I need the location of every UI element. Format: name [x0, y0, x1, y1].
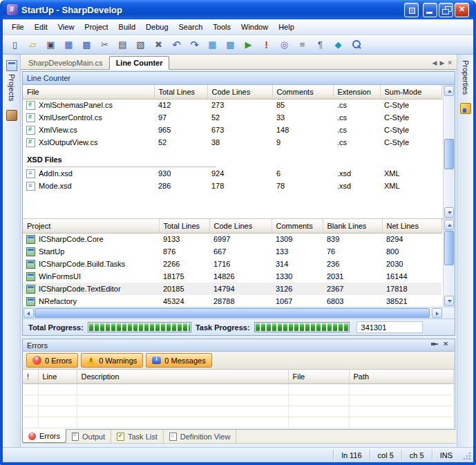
file-row[interactable]: XslOutputView.cs 52 38 9 .cs C-Style — [23, 136, 441, 149]
auto-hide-pin-icon[interactable] — [430, 341, 439, 350]
status-item: ch 5 — [401, 450, 432, 461]
project-row[interactable]: WinFormsUI 18175 14826 1330 2031 16144 — [23, 270, 441, 283]
delete-icon[interactable]: ✖ — [150, 37, 167, 53]
cut-icon[interactable]: ✂ — [96, 37, 113, 53]
projects-tab[interactable]: Projects — [6, 58, 18, 104]
column-header-total-lines[interactable]: Total Lines — [159, 219, 209, 233]
scrollbar-thumb[interactable] — [444, 231, 454, 265]
menu-item[interactable]: Debug — [141, 21, 173, 33]
menu-item[interactable]: Window — [236, 21, 273, 33]
classes-tab[interactable] — [6, 108, 18, 123]
column-header-code-lines[interactable]: Code Lines — [207, 85, 272, 99]
close-panel-icon[interactable] — [442, 341, 451, 350]
column-header-line[interactable]: Line — [38, 370, 77, 383]
menu-item[interactable]: Build — [114, 21, 140, 33]
column-header-net-lines[interactable]: Net Lines — [382, 219, 441, 233]
column-header-extension[interactable]: Extension — [333, 85, 380, 99]
toolbox-tab[interactable] — [459, 101, 472, 116]
undo-icon[interactable]: ↶ — [168, 37, 185, 53]
file-row[interactable]: Mode.xsd 286 178 78 .xsd XML — [23, 180, 441, 192]
file-row[interactable]: XmlSchemasPanel.cs 412 273 85 .cs C-Styl… — [23, 99, 441, 111]
project-row[interactable]: StartUp 876 667 133 76 800 — [23, 245, 441, 258]
warnings-filter-button[interactable]: 0 Warnings — [81, 353, 143, 368]
menu-item[interactable]: File — [7, 21, 29, 33]
menubar: FileEditViewProjectBuildDebugSearchTools… — [3, 19, 473, 35]
errors-filter-button[interactable]: 0 Errors — [26, 353, 78, 368]
profiler-icon[interactable]: ◎ — [276, 37, 293, 53]
scroll-tabs-left-button[interactable]: ◀ — [432, 59, 437, 66]
open-folder-icon[interactable]: ▱ — [24, 37, 41, 53]
project-row[interactable]: ICSharpCode.Build.Tasks 2266 1716 314 23… — [23, 258, 441, 270]
tab-task-list[interactable]: Task List — [111, 430, 164, 443]
scroll-down-button[interactable] — [444, 296, 454, 306]
menu-item[interactable]: Help — [274, 21, 299, 33]
column-header-path[interactable]: Path — [349, 370, 453, 383]
scroll-tabs-right-button[interactable]: ▶ — [440, 59, 445, 66]
column-header-total-lines[interactable]: Total Lines — [154, 85, 207, 99]
scrollbar-thumb[interactable] — [444, 139, 454, 169]
tab-errors[interactable]: Errors — [22, 429, 66, 443]
pin-window-button[interactable] — [404, 3, 419, 17]
project-row[interactable]: NRefactory 45324 28788 1067 6803 38521 — [23, 295, 441, 307]
column-header-file[interactable]: File — [288, 370, 349, 383]
close-button[interactable] — [455, 3, 469, 17]
comments-cell: 9 — [272, 136, 333, 149]
file-row[interactable]: XmlView.cs 965 673 148 .cs C-Style — [23, 124, 441, 136]
redo-icon[interactable]: ↷ — [186, 37, 203, 53]
column-header-code-lines[interactable]: Code Lines — [209, 219, 272, 233]
run-icon[interactable]: ▶ — [240, 37, 257, 53]
column-header-file[interactable]: File — [23, 85, 154, 99]
scroll-right-button[interactable] — [432, 308, 442, 318]
properties-tab[interactable]: Properties — [461, 58, 470, 97]
tab-definition-view[interactable]: Definition View — [164, 430, 237, 443]
tab-output[interactable]: Output — [66, 430, 111, 443]
scrollbar-thumb[interactable] — [35, 308, 430, 318]
menu-item[interactable]: Tools — [208, 21, 236, 33]
build-icon[interactable]: ▦ — [204, 37, 221, 53]
restore-button[interactable] — [439, 3, 453, 17]
menu-item[interactable]: Search — [174, 21, 208, 33]
scroll-up-button[interactable] — [444, 220, 454, 230]
list-icon[interactable]: ≡ — [294, 37, 311, 53]
new-file-icon[interactable]: ▯ — [6, 37, 23, 53]
resize-grip[interactable] — [461, 450, 471, 461]
browse-icon[interactable]: ▣ — [42, 37, 59, 53]
paste-icon[interactable]: ▧ — [132, 37, 149, 53]
menu-item[interactable]: Edit — [30, 21, 53, 33]
horizontal-scrollbar[interactable] — [23, 307, 455, 319]
task-progress-bar — [254, 322, 350, 332]
titlebar[interactable]: StartUp - SharpDevelop — [3, 0, 473, 19]
stop-icon[interactable]: ! — [258, 37, 275, 53]
close-document-button[interactable]: ✕ — [447, 59, 453, 66]
file-row[interactable]: XmlUserControl.cs 97 52 33 .cs C-Style — [23, 111, 441, 124]
minimize-button[interactable] — [423, 3, 437, 17]
document-tab[interactable]: Line Counter — [109, 56, 170, 70]
column-header-project[interactable]: Project — [23, 219, 159, 233]
column-header-comments[interactable]: Comments — [272, 219, 323, 233]
save-all-icon[interactable]: ▩ — [78, 37, 95, 53]
sum-mode-cell: C-Style — [380, 99, 441, 111]
project-row[interactable]: ICSharpCode.Core 9133 6997 1309 839 8294 — [23, 233, 441, 245]
document-tab[interactable]: SharpDevelopMain.cs — [22, 57, 109, 69]
bookmark-icon[interactable]: ◆ — [330, 37, 347, 53]
build-all-icon[interactable]: ▩ — [222, 37, 239, 53]
file-row[interactable]: AddIn.xsd 930 924 6 .xsd XML — [23, 167, 441, 180]
project-row[interactable]: ICSharpCode.TextEditor 20185 14794 3126 … — [23, 283, 441, 295]
menu-item[interactable]: View — [53, 21, 79, 33]
search-icon[interactable] — [348, 37, 365, 53]
scroll-down-button[interactable] — [444, 207, 454, 218]
scroll-up-button[interactable] — [444, 86, 454, 96]
column-header-comments[interactable]: Comments — [272, 85, 333, 99]
column-header-blank-lines[interactable]: Blank Lines — [323, 219, 382, 233]
column-header-sum-mode[interactable]: Sum-Mode — [380, 85, 441, 99]
messages-filter-button[interactable]: 0 Messages — [146, 353, 211, 368]
copy-icon[interactable]: ▤ — [114, 37, 131, 53]
save-icon[interactable]: ▦ — [60, 37, 77, 53]
column-header-description[interactable]: Description — [77, 370, 288, 383]
file-table-vertical-scrollbar[interactable] — [443, 85, 455, 218]
column-header-severity[interactable]: ! — [23, 370, 38, 383]
scroll-left-button[interactable] — [23, 308, 34, 318]
comment-icon[interactable]: ¶ — [312, 37, 329, 53]
project-table-vertical-scrollbar[interactable] — [443, 219, 455, 307]
menu-item[interactable]: Project — [79, 21, 113, 33]
